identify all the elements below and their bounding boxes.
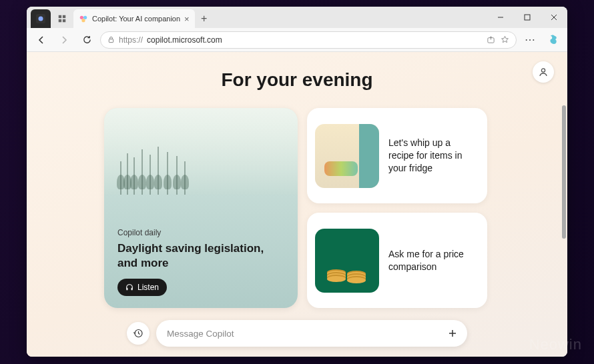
hero-title: Daylight saving legislation, and more <box>117 241 284 271</box>
input-row <box>127 319 467 347</box>
scrollbar[interactable] <box>562 105 566 239</box>
add-button[interactable] <box>443 324 462 343</box>
lock-icon <box>107 36 115 43</box>
svg-rect-3 <box>63 15 65 18</box>
close-window-button[interactable] <box>541 7 567 28</box>
svg-rect-10 <box>525 15 530 20</box>
address-bar[interactable]: https://copilot.microsoft.com <box>100 31 517 49</box>
watermark: Neowin <box>529 336 582 353</box>
suggestion-card-price[interactable]: Ask me for a price comparison <box>307 213 487 308</box>
svg-point-8 <box>81 19 85 22</box>
fridge-image <box>315 124 379 188</box>
hero-eyebrow: Copilot daily <box>117 228 284 237</box>
pinned-tab-1[interactable] <box>31 9 51 28</box>
cards-grid: Copilot daily Daylight saving legislatio… <box>104 108 491 308</box>
more-button[interactable]: ⋯ <box>521 31 539 49</box>
tab-close-button[interactable]: × <box>184 14 190 24</box>
back-button[interactable] <box>32 31 51 49</box>
pinned-tab-2[interactable] <box>52 9 72 28</box>
forward-button[interactable] <box>55 31 73 49</box>
svg-rect-2 <box>59 15 61 18</box>
window-controls <box>487 7 567 28</box>
svg-point-6 <box>80 16 83 19</box>
maximize-button[interactable] <box>514 7 541 28</box>
plus-icon <box>447 328 458 339</box>
new-tab-button[interactable]: + <box>195 9 214 28</box>
svg-rect-5 <box>63 19 65 22</box>
url-scheme: https:// <box>119 35 143 45</box>
svg-point-7 <box>83 16 87 19</box>
titlebar: Copilot: Your AI companion × + <box>27 7 567 28</box>
minimize-button[interactable] <box>487 7 514 28</box>
message-input-container <box>156 320 467 347</box>
message-input[interactable] <box>167 329 443 339</box>
page-content: For your evening Copilot daily Daylight … <box>27 52 567 357</box>
suggestion-card-fridge[interactable]: Let's whip up a recipe for items in your… <box>307 108 487 203</box>
favorite-icon[interactable] <box>501 35 509 44</box>
history-icon <box>133 328 143 339</box>
url-host: copilot.microsoft.com <box>147 35 222 45</box>
copilot-favicon <box>79 14 88 23</box>
listen-label: Listen <box>137 283 159 292</box>
toolbar: https://copilot.microsoft.com ⋯ <box>27 28 567 52</box>
svg-point-1 <box>39 17 43 21</box>
page-heading: For your evening <box>27 52 567 91</box>
svg-rect-4 <box>59 19 61 22</box>
svg-rect-17 <box>131 288 133 290</box>
person-icon <box>538 67 549 77</box>
svg-rect-16 <box>126 288 127 290</box>
svg-point-15 <box>541 69 545 72</box>
hero-image <box>104 108 298 195</box>
share-icon[interactable] <box>487 35 495 44</box>
tab-title: Copilot: Your AI companion <box>92 15 180 23</box>
card-text: Ask me for a price comparison <box>388 248 478 273</box>
card-text: Let's whip up a recipe for items in your… <box>388 137 478 175</box>
coins-image <box>315 229 379 293</box>
active-tab[interactable]: Copilot: Your AI companion × <box>73 9 195 28</box>
profile-button[interactable] <box>533 61 554 83</box>
hero-card[interactable]: Copilot daily Daylight saving legislatio… <box>104 108 298 308</box>
svg-rect-13 <box>109 39 113 43</box>
copilot-toolbar-icon[interactable] <box>543 31 562 49</box>
history-button[interactable] <box>127 322 150 345</box>
browser-window: Copilot: Your AI companion × + https://c… <box>27 7 567 357</box>
headphones-icon <box>125 283 133 291</box>
reload-button[interactable] <box>77 31 96 49</box>
listen-button[interactable]: Listen <box>117 279 167 296</box>
